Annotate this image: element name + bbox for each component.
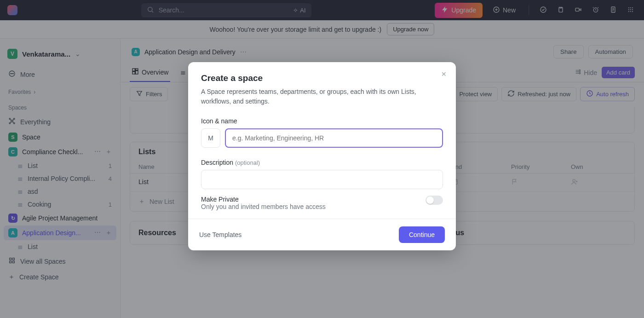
description-label: Description (optional) <box>201 159 443 166</box>
close-icon[interactable]: ✕ <box>441 70 447 78</box>
description-input[interactable] <box>201 170 443 189</box>
modal-title: Create a space <box>201 73 443 83</box>
space-name-input[interactable] <box>225 128 443 148</box>
private-subtitle: Only you and invited members have access <box>201 203 326 210</box>
modal-overlay[interactable]: ✕ Create a space A Space represents team… <box>0 0 644 318</box>
use-templates-button[interactable]: Use Templates <box>199 231 242 238</box>
private-toggle[interactable] <box>426 196 443 205</box>
icon-name-label: Icon & name <box>201 117 443 125</box>
space-icon-picker[interactable]: M <box>201 128 220 148</box>
create-space-modal: ✕ Create a space A Space represents team… <box>188 62 456 250</box>
continue-button[interactable]: Continue <box>399 226 445 243</box>
modal-subtitle: A Space represents teams, departments, o… <box>201 87 443 106</box>
private-title: Make Private <box>201 196 326 203</box>
